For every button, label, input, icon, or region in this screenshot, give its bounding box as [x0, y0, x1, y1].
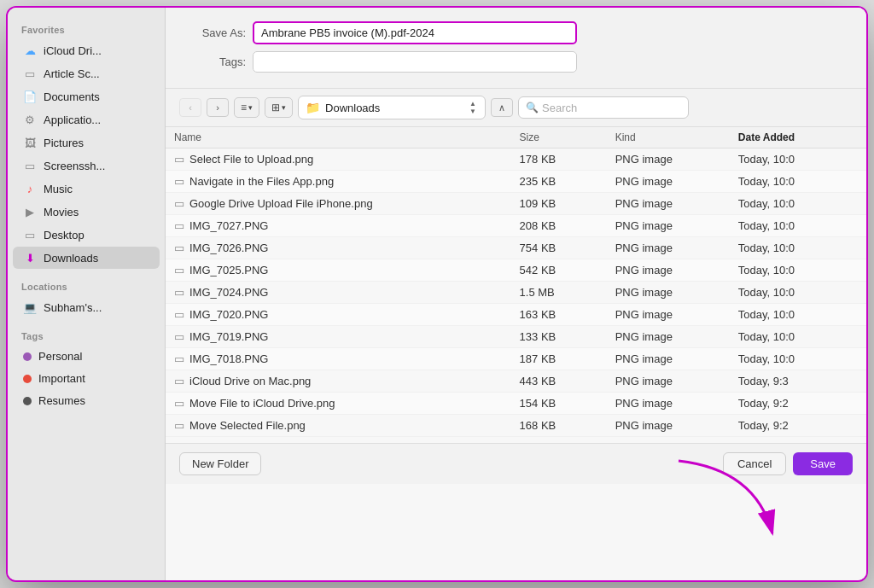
chevron-left-icon: ‹ [189, 102, 192, 113]
location-spinner[interactable]: ▲ ▼ [468, 101, 478, 115]
action-buttons: Cancel Save [723, 452, 853, 475]
file-kind-cell: PNG image [607, 193, 730, 215]
list-view-button[interactable]: ≡ ▾ [234, 97, 259, 118]
table-row[interactable]: ▭IMG_7020.PNG163 KBPNG imageToday, 10:0 [166, 304, 866, 326]
sidebar-item-subhams[interactable]: 💻Subham's... [13, 296, 160, 318]
sidebar-item-label: Desktop [44, 229, 84, 242]
file-size-cell: 542 KB [511, 259, 607, 282]
chevron-right-icon: › [216, 102, 219, 113]
file-kind-cell: PNG image [607, 370, 730, 393]
sidebar-item-label: iCloud Dri... [44, 44, 102, 57]
file-icon: ▭ [174, 175, 184, 188]
column-header-name[interactable]: Name [166, 127, 511, 148]
file-size-cell: 133 KB [511, 326, 607, 348]
file-icon: ▭ [174, 352, 184, 365]
spinner-up-icon: ▲ [469, 101, 476, 108]
save-button[interactable]: Save [793, 452, 853, 475]
file-date-cell: Today, 10:0 [730, 171, 866, 193]
table-row[interactable]: ▭IMG_7025.PNG542 KBPNG imageToday, 10:0 [166, 259, 866, 282]
file-name-cell: ▭IMG_7026.PNG [166, 237, 511, 259]
file-date-cell: Today, 10:0 [730, 237, 866, 259]
bottom-bar: New Folder Cancel Save [166, 443, 866, 484]
forward-button[interactable]: › [207, 98, 229, 117]
sidebar-item-downloads[interactable]: ⬇Downloads [13, 247, 160, 269]
file-date-cell: Today, 10:0 [730, 215, 866, 237]
file-kind-cell: PNG image [607, 393, 730, 415]
file-date-cell: Today, 9:2 [730, 415, 866, 437]
table-row[interactable]: ▭IMG_7026.PNG754 KBPNG imageToday, 10:0 [166, 237, 866, 259]
table-row[interactable]: ▭Move File to iCloud Drive.png154 KBPNG … [166, 393, 866, 415]
tags-label: Tags [8, 324, 165, 345]
tag-label: Important [38, 372, 85, 385]
column-header-date-added[interactable]: Date Added [730, 127, 866, 148]
file-kind-cell: PNG image [607, 282, 730, 304]
column-header-size[interactable]: Size [511, 127, 607, 148]
sidebar-item-documents[interactable]: 📄Documents [13, 85, 160, 108]
file-date-cell: Today, 10:0 [730, 193, 866, 215]
sidebar-item-label: Subham's... [44, 301, 102, 314]
file-icon: ▭ [174, 242, 184, 254]
file-name-cell: ▭Google Drive Upload File iPhone.png [166, 193, 511, 215]
location-selector[interactable]: 📁 Downloads ▲ ▼ [298, 96, 486, 119]
column-header-kind[interactable]: Kind [607, 127, 730, 148]
search-box[interactable]: 🔍 Search [518, 96, 689, 119]
file-date-cell: Today, 10:0 [730, 348, 866, 370]
table-row[interactable]: ▭Navigate in the Files App.png235 KBPNG … [166, 171, 866, 193]
file-name-cell: ▭IMG_7025.PNG [166, 259, 511, 282]
save-as-input[interactable] [253, 21, 577, 44]
sidebar-item-screenshots[interactable]: ▭Screenssh... [13, 154, 160, 177]
favorites-label: Favorites [8, 18, 165, 38]
file-date-cell: Today, 10:0 [730, 326, 866, 348]
sidebar-item-tag-important[interactable]: Important [13, 368, 160, 389]
sidebar-item-article[interactable]: ▭Article Sc... [13, 62, 160, 84]
collapse-button[interactable]: ∧ [491, 98, 513, 117]
sidebar-item-desktop[interactable]: ▭Desktop [13, 224, 160, 246]
file-list-container: NameSizeKindDate Added ▭Select File to U… [166, 127, 866, 443]
sidebar-item-pictures[interactable]: 🖼Pictures [13, 131, 160, 154]
applications-icon: ⚙ [23, 113, 37, 126]
file-name-cell: ▭IMG_7018.PNG [166, 348, 511, 370]
tag-label: Personal [38, 350, 82, 363]
file-kind-cell: PNG image [607, 304, 730, 326]
sidebar-item-tag-personal[interactable]: Personal [13, 346, 160, 367]
sidebar-item-label: Downloads [44, 252, 98, 265]
sidebar-item-label: Movies [44, 206, 79, 218]
movies-icon: ▶ [23, 205, 37, 218]
tags-input[interactable] [253, 51, 577, 73]
file-date-cell: Today, 10:0 [730, 148, 866, 171]
cancel-button[interactable]: Cancel [723, 452, 786, 475]
back-button[interactable]: ‹ [179, 98, 201, 117]
file-name-cell: ▭IMG_7024.PNG [166, 282, 511, 304]
table-row[interactable]: ▭IMG_7027.PNG208 KBPNG imageToday, 10:0 [166, 215, 866, 237]
sidebar-item-movies[interactable]: ▶Movies [13, 201, 160, 223]
music-icon: ♪ [23, 182, 37, 195]
pictures-icon: 🖼 [23, 136, 37, 149]
table-row[interactable]: ▭IMG_7019.PNG133 KBPNG imageToday, 10:0 [166, 326, 866, 348]
spinner-down-icon: ▼ [469, 108, 476, 115]
file-name-cell: ▭IMG_7027.PNG [166, 215, 511, 237]
file-kind-cell: PNG image [607, 415, 730, 437]
sidebar-item-icloud[interactable]: ☁iCloud Dri... [13, 39, 160, 61]
file-icon: ▭ [174, 219, 184, 232]
sidebar-item-label: Screenssh... [44, 160, 105, 172]
toolbar: ‹ › ≡ ▾ ⊞ ▾ 📁 Downloads ▲ ▼ [166, 89, 866, 127]
table-row[interactable]: ▭iCloud Drive on Mac.png443 KBPNG imageT… [166, 370, 866, 393]
table-row[interactable]: ▭IMG_7024.PNG1.5 MBPNG imageToday, 10:0 [166, 282, 866, 304]
file-kind-cell: PNG image [607, 171, 730, 193]
file-size-cell: 154 KB [511, 393, 607, 415]
file-name-cell: ▭Navigate in the Files App.png [166, 171, 511, 193]
desktop-icon: ▭ [23, 228, 37, 242]
sidebar-item-tag-resumes[interactable]: Resumes [13, 390, 160, 411]
subhams-icon: 💻 [23, 300, 37, 314]
sidebar-item-applications[interactable]: ⚙Applicatio... [13, 108, 160, 131]
table-row[interactable]: ▭Google Drive Upload File iPhone.png109 … [166, 193, 866, 215]
file-icon: ▭ [174, 286, 184, 299]
grid-view-button[interactable]: ⊞ ▾ [265, 97, 293, 118]
sidebar-item-music[interactable]: ♪Music [13, 178, 160, 200]
file-name-cell: ▭Move File to iCloud Drive.png [166, 393, 511, 415]
new-folder-button[interactable]: New Folder [179, 452, 261, 475]
file-name-cell: ▭iCloud Drive on Mac.png [166, 370, 511, 393]
table-row[interactable]: ▭Move Selected File.png168 KBPNG imageTo… [166, 415, 866, 437]
table-row[interactable]: ▭Select File to Upload.png178 KBPNG imag… [166, 148, 866, 171]
table-row[interactable]: ▭IMG_7018.PNG187 KBPNG imageToday, 10:0 [166, 348, 866, 370]
